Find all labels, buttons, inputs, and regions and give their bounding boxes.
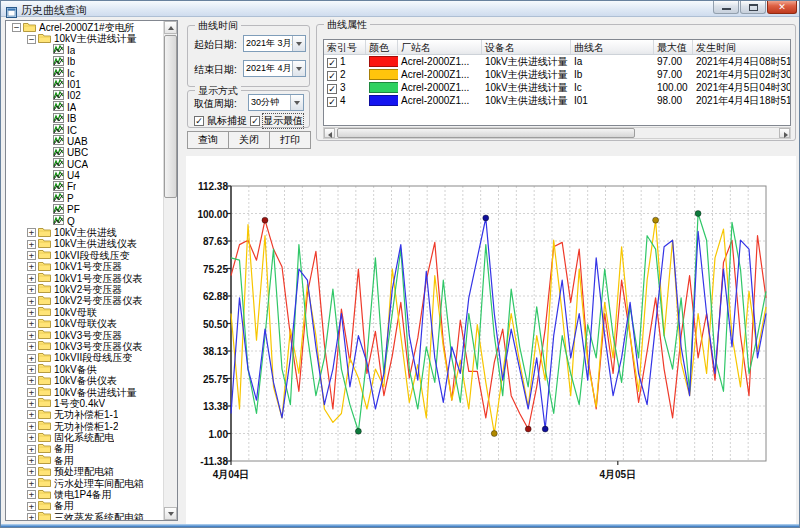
tree-item[interactable]: +10kV主供进线 [6,227,163,238]
tree-item[interactable]: +10kV1号变压器仪表 [6,273,163,284]
tree-item[interactable]: +10kV母联仪表 [6,318,163,329]
expand-icon[interactable]: + [27,490,36,499]
tree-item[interactable]: +10kV备供进线计量 [6,387,163,398]
column-header[interactable]: 曲线名 [571,40,654,54]
tree-item[interactable]: +10kV2号变压器仪表 [6,295,163,306]
minimize-button[interactable] [713,1,739,14]
tree-item[interactable]: U4 [6,170,163,181]
column-header[interactable]: 颜色 [366,40,398,54]
expand-icon[interactable]: + [27,319,36,328]
tree-item[interactable]: +馈电1P4备用 [6,489,163,500]
tree-item[interactable]: UBC [6,147,163,158]
chevron-down-icon[interactable] [290,95,303,110]
tree-item[interactable]: +污水处理车间配电箱 [6,478,163,489]
tree-item[interactable]: +备用 [6,500,163,511]
expand-icon[interactable]: + [27,410,36,419]
tree-item[interactable]: IB [6,113,163,124]
tree-item[interactable]: UAB [6,136,163,147]
tree-item[interactable]: +10kVI段母线压变 [6,250,163,261]
expand-icon[interactable]: + [27,479,36,488]
expand-icon[interactable]: + [27,354,36,363]
tree-item[interactable]: +10kV3号变压器仪表 [6,341,163,352]
collapse-icon[interactable]: − [12,23,21,32]
column-header[interactable]: 厂站名 [398,40,482,54]
expand-icon[interactable]: + [27,331,36,340]
expand-icon[interactable]: + [27,376,36,385]
expand-icon[interactable]: + [27,365,36,374]
table-row[interactable]: ✓1Acrel-2000Z1...10kV主供进线计量Ia97.002021年4… [324,55,790,68]
print-button[interactable]: 打印 [269,131,311,149]
tree-item[interactable]: I01 [6,79,163,90]
expand-icon[interactable]: + [27,297,36,306]
table-hscrollbar-thumb[interactable] [337,128,635,138]
tree-item[interactable]: +无功补偿柜1-2 [6,421,163,432]
table-row[interactable]: ✓3Acrel-2000Z1...10kV主供进线计量Ic100.002021年… [324,81,790,94]
row-checkbox[interactable]: ✓ [327,84,337,94]
tree-item[interactable]: −Acrel-2000Z1#变电所 [6,22,163,33]
tree-item[interactable]: +三效蒸发系统配电箱 [6,512,163,520]
column-header[interactable]: 最大值 [654,40,693,54]
tree-item[interactable]: +10kV1号变压器 [6,261,163,272]
scroll-left-icon[interactable] [324,128,335,138]
tree-item[interactable]: +10kV3号变压器 [6,330,163,341]
table-hscrollbar[interactable] [323,127,791,139]
tree-item[interactable]: P [6,193,163,204]
expand-icon[interactable]: + [27,251,36,260]
expand-icon[interactable]: + [27,262,36,271]
show-extremes-checkbox[interactable]: ✓ 显示最值 [250,114,303,128]
tree-item[interactable]: Ib [6,56,163,67]
scroll-right-icon[interactable] [779,128,790,138]
column-header[interactable]: 发生时间 [693,40,791,54]
tree-scrollbar[interactable] [163,21,177,520]
row-checkbox[interactable]: ✓ [327,97,337,107]
tree-item[interactable]: +10kV备供 [6,364,163,375]
expand-icon[interactable]: + [27,433,36,442]
expand-icon[interactable]: + [27,285,36,294]
tree-item[interactable]: IC [6,125,163,136]
tree-item[interactable]: IA [6,102,163,113]
chevron-down-icon[interactable] [292,36,305,51]
row-checkbox[interactable]: ✓ [327,58,337,68]
row-checkbox[interactable]: ✓ [327,71,337,81]
tree-item[interactable]: +备用 [6,443,163,454]
table-row[interactable]: ✓4Acrel-2000Z1...10kV主供进线计量I0198.002021年… [324,94,790,107]
tree-item[interactable]: +备用 [6,455,163,466]
expand-icon[interactable]: + [27,228,36,237]
tree-item[interactable]: +预处理配电箱 [6,466,163,477]
table-row[interactable]: ✓2Acrel-2000Z1...10kV主供进线计量Ib97.002021年4… [324,68,790,81]
expand-icon[interactable]: + [27,308,36,317]
tree-item[interactable]: Q [6,216,163,227]
tree-item[interactable]: Ia [6,45,163,56]
expand-icon[interactable]: + [27,399,36,408]
close-button[interactable]: ✕ [767,1,797,14]
titlebar[interactable]: 历史曲线查询 ✕ [1,1,799,17]
tree-item[interactable]: +10kV主供进线仪表 [6,238,163,249]
query-button[interactable]: 查询 [187,131,229,149]
tree-item[interactable]: +1号变0.4kV [6,398,163,409]
expand-icon[interactable]: + [27,456,36,465]
expand-icon[interactable]: + [27,388,36,397]
expand-icon[interactable]: + [27,240,36,249]
tree-item[interactable]: Fr [6,181,163,192]
chevron-down-icon[interactable] [292,61,305,76]
tree-item[interactable]: +10kV2号变压器 [6,284,163,295]
expand-icon[interactable]: + [27,467,36,476]
tree-item[interactable]: +10kV母联 [6,307,163,318]
column-header[interactable]: 设备名 [482,40,571,54]
tree-item[interactable]: +10kVII段母线压变 [6,352,163,363]
expand-icon[interactable]: + [27,513,36,520]
expand-icon[interactable]: + [27,274,36,283]
tree-item[interactable]: −10kV主供进线计量 [6,33,163,44]
column-header[interactable]: 索引号 [324,40,366,54]
scroll-down-icon[interactable] [164,507,177,520]
end-date-select[interactable]: 2021年 4月14 [243,60,306,77]
tree-item[interactable]: +10kV备供仪表 [6,375,163,386]
tree-item[interactable]: UCA [6,159,163,170]
expand-icon[interactable]: + [27,422,36,431]
tree-item[interactable]: I02 [6,90,163,101]
expand-icon[interactable]: + [27,445,36,454]
expand-icon[interactable]: + [27,502,36,511]
period-select[interactable]: 30分钟 [248,94,304,111]
tree-item[interactable]: +固化系统配电 [6,432,163,443]
collapse-icon[interactable]: − [27,35,36,44]
